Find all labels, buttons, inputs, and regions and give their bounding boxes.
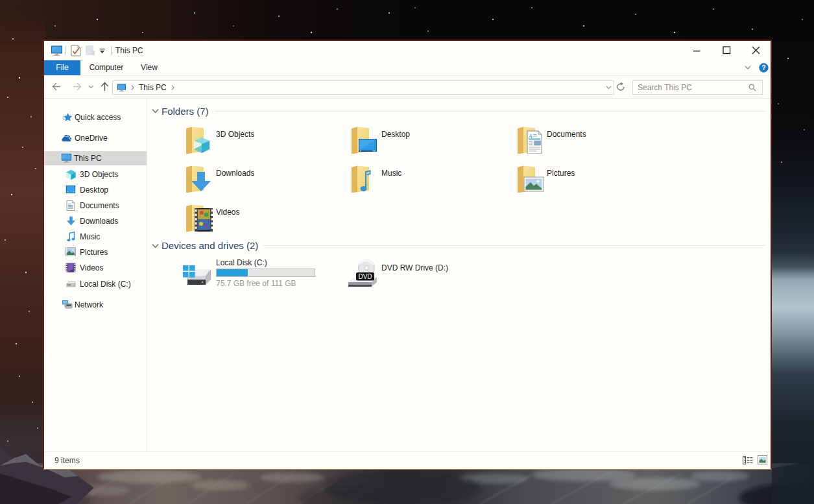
- svg-text:?: ?: [761, 64, 765, 71]
- svg-text:DVD: DVD: [358, 273, 372, 280]
